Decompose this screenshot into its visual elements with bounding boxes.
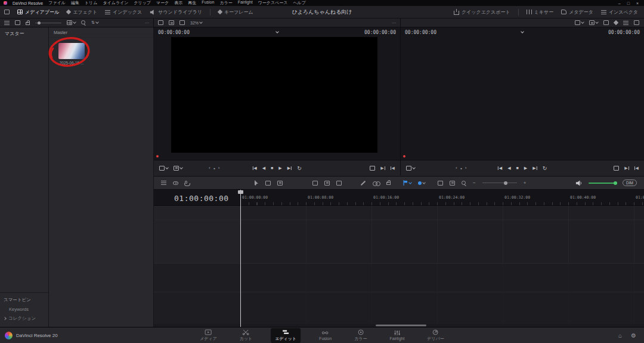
timeline-view-options-icon[interactable] (161, 181, 166, 185)
timeline-play-reverse-button[interactable]: ◀ (507, 166, 510, 171)
jog-control[interactable]: ‹●› (209, 165, 219, 171)
maximize-button[interactable]: □ (627, 1, 630, 5)
smart-bins-header[interactable]: スマートビン (0, 295, 48, 305)
timeline-viewer-playhead-dot[interactable] (403, 155, 405, 157)
media-clip[interactable]: 2025-06-15 ... (57, 43, 86, 65)
thumbnail-size-slider[interactable] (35, 23, 61, 23)
link-icon[interactable] (373, 181, 380, 185)
timeline-ruler[interactable]: 01:00:00:00 01:00:00:00 01:00:08:00 01:0… (154, 190, 644, 206)
zoom-in-label[interactable]: + (524, 180, 527, 186)
bin-display-icon[interactable] (15, 20, 20, 25)
timeline-goto-first-button[interactable]: ◀ (498, 166, 502, 171)
mixer-toggle[interactable]: ミキサー (527, 9, 554, 16)
microphone-icon[interactable] (185, 181, 187, 184)
single-clip-icon[interactable] (158, 20, 163, 25)
eye-icon[interactable] (173, 181, 178, 185)
play-reverse-button[interactable]: ◀ (262, 166, 265, 171)
source-clip-dropdown[interactable] (275, 30, 279, 33)
timeline-loop-button[interactable]: ↻ (543, 166, 547, 170)
playhead[interactable] (240, 190, 241, 327)
view-mode-select[interactable] (67, 20, 76, 25)
tab-fusion[interactable]: Fusion (315, 329, 336, 342)
overwrite-clip-icon[interactable] (324, 181, 330, 186)
loop-button[interactable]: ↻ (297, 166, 302, 170)
split-screen-icon[interactable] (603, 20, 609, 25)
index-toggle[interactable]: インデックス (105, 9, 142, 16)
bin-breadcrumb[interactable]: Master (49, 27, 153, 38)
goto-first-frame-button[interactable]: ◀ (252, 166, 256, 171)
source-mode-select[interactable] (159, 166, 168, 171)
timeline-stop-button[interactable]: ■ (516, 166, 519, 170)
source-video-canvas[interactable] (171, 37, 377, 153)
bin-list-view-icon[interactable] (4, 21, 10, 25)
slider-knob[interactable] (38, 21, 41, 24)
timeline-play-button[interactable]: ▶ (524, 166, 527, 171)
timeline-goto-in-button[interactable]: ▶ (624, 166, 628, 171)
pen-icon[interactable] (361, 180, 366, 185)
timeline-select-dropdown[interactable] (521, 30, 524, 33)
zoom-custom-icon[interactable] (462, 181, 466, 186)
marker-select[interactable] (418, 181, 425, 185)
zoom-full-extent-icon[interactable] (438, 181, 443, 186)
media-pool-options[interactable]: ··· (145, 21, 149, 25)
menu-fusion[interactable]: Fusion (202, 0, 214, 6)
goto-in-button[interactable]: ▶ (380, 166, 385, 171)
clip-thumbnail[interactable] (58, 43, 85, 59)
dim-button[interactable]: DIM (623, 180, 637, 187)
menu-color[interactable]: カラー (219, 0, 232, 6)
match-frame-icon[interactable] (370, 166, 375, 171)
sound-library-toggle[interactable]: サウンドライブラリ (150, 9, 202, 16)
timeline-jog-control[interactable]: ‹●› (456, 165, 466, 171)
zoom-slider[interactable] (482, 183, 517, 183)
zoom-slider-knob[interactable] (504, 181, 507, 185)
menu-clip[interactable]: クリップ (134, 0, 151, 6)
inspector-toggle[interactable]: インスペクタ (601, 9, 638, 16)
tab-edit[interactable]: エディット (271, 328, 301, 343)
quick-export-button[interactable]: クイックエクスポート (454, 9, 510, 16)
gear-icon[interactable]: ⚙ (631, 332, 636, 339)
timeline-match-frame-icon[interactable] (614, 166, 619, 171)
zoom-out-label[interactable]: − (473, 180, 476, 186)
source-playhead-dot[interactable] (156, 155, 159, 157)
effects-toggle[interactable]: エフェクト (67, 9, 97, 16)
tab-color[interactable]: カラー (350, 328, 371, 343)
replace-clip-icon[interactable] (336, 181, 342, 186)
play-button[interactable]: ▶ (278, 166, 281, 171)
speaker-icon[interactable] (575, 180, 582, 186)
search-icon[interactable] (81, 20, 86, 25)
menu-view[interactable]: 表示 (174, 0, 182, 6)
menu-file[interactable]: ファイル (48, 0, 66, 6)
stop-button[interactable]: ■ (271, 166, 273, 170)
source-viewer-options[interactable]: ··· (392, 21, 396, 25)
source-gang-select[interactable] (174, 166, 182, 171)
tab-media[interactable]: メディア (196, 328, 221, 343)
sidebar-item-master[interactable]: マスター (0, 27, 48, 40)
razor-edit-mode-icon[interactable] (277, 181, 283, 186)
cinema-viewer-icon[interactable] (634, 20, 639, 25)
viewer-mode-select[interactable] (589, 20, 598, 25)
insert-clip-icon[interactable] (312, 181, 318, 186)
keyframe-toggle[interactable]: キーフレーム (218, 9, 253, 16)
volume-knob[interactable] (614, 181, 617, 185)
menu-edit[interactable]: 編集 (71, 0, 79, 6)
davinci-logo-icon[interactable] (5, 332, 13, 339)
sidebar-item-collections[interactable]: コレクション (0, 314, 48, 323)
menu-playback[interactable]: 再生 (188, 0, 196, 6)
close-button[interactable]: × (636, 1, 639, 5)
sidebar-item-keywords[interactable]: Keywords (0, 305, 48, 314)
viewer-zoom-select[interactable]: 32% (190, 21, 202, 25)
sort-select[interactable]: ⇅ (91, 20, 98, 25)
source-scrub-bar[interactable] (154, 153, 400, 160)
zoom-detail-icon[interactable] (450, 181, 455, 186)
dual-screen-icon[interactable] (4, 10, 10, 14)
timeline-viewer-scrub-bar[interactable] (401, 153, 644, 160)
tab-deliver[interactable]: デリバー (423, 328, 448, 343)
goto-out-button[interactable]: ◀ (391, 166, 395, 171)
audio-waveform-icon[interactable] (179, 20, 185, 25)
bin-lock-icon[interactable] (26, 22, 30, 25)
goto-last-frame-button[interactable]: ▶ (287, 166, 292, 171)
timeline-mode-select[interactable] (406, 166, 415, 171)
menu-mark[interactable]: マーク (156, 0, 169, 6)
enhanced-viewer-icon[interactable] (614, 20, 618, 25)
home-icon[interactable]: ⌂ (618, 332, 622, 339)
